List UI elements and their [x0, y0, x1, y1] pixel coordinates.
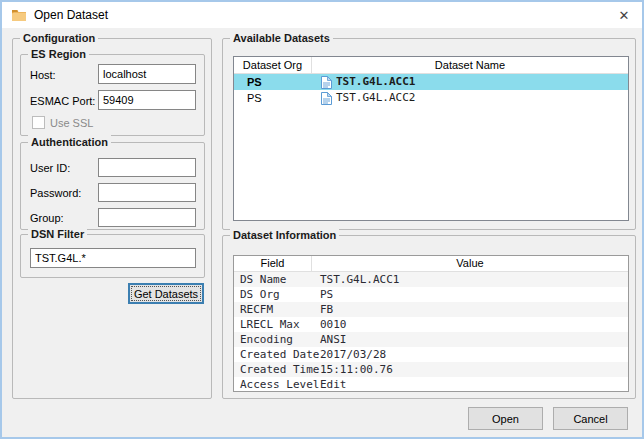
- available-datasets-list[interactable]: Dataset Org Dataset Name PS TST.G4L.ACC1…: [233, 56, 629, 221]
- host-input[interactable]: [98, 64, 196, 84]
- dsn-filter-group-title: DSN Filter: [28, 227, 87, 241]
- info-value: 2017/03/28: [312, 347, 628, 362]
- info-value: 15:11:00.76: [312, 362, 628, 377]
- info-row: DS Org PS: [234, 287, 628, 302]
- info-value: FB: [312, 302, 628, 317]
- dataset-name-value: TST.G4L.ACC2: [336, 90, 415, 106]
- info-row: RECFM FB: [234, 302, 628, 317]
- dsn-filter-input[interactable]: [30, 248, 196, 268]
- password-label: Password:: [30, 187, 81, 199]
- info-row: Access Level Edit: [234, 377, 628, 392]
- column-dataset-org[interactable]: Dataset Org: [234, 57, 312, 73]
- info-value: TST.G4L.ACC1: [312, 272, 628, 287]
- dataset-org-value: PS: [234, 74, 312, 90]
- use-ssl-checkbox-box[interactable]: [32, 116, 45, 129]
- dataset-row-selected[interactable]: PS TST.G4L.ACC1: [234, 74, 628, 90]
- open-dataset-dialog: Open Dataset ✕ Configuration ES Region H…: [0, 0, 644, 439]
- info-row: Created Date 2017/03/28: [234, 347, 628, 362]
- info-row: Encoding ANSI: [234, 332, 628, 347]
- folder-icon: [11, 8, 27, 22]
- document-icon: [321, 76, 332, 89]
- info-field: Encoding: [234, 332, 312, 347]
- info-field: Access Level: [234, 377, 312, 392]
- group-label: Group:: [30, 212, 64, 224]
- info-row: DS Name TST.G4L.ACC1: [234, 272, 628, 287]
- esmac-port-input[interactable]: [98, 90, 196, 110]
- es-region-group-title: ES Region: [28, 47, 89, 61]
- authentication-group-title: Authentication: [28, 135, 111, 149]
- info-field: Created Time: [234, 362, 312, 377]
- column-value: Value: [312, 256, 628, 271]
- get-datasets-button[interactable]: Get Datasets: [128, 283, 204, 304]
- document-icon: [321, 92, 332, 105]
- info-field: DS Org: [234, 287, 312, 302]
- info-field: LRECL Max: [234, 317, 312, 332]
- dataset-information-table: Field Value DS Name TST.G4L.ACC1 DS Org …: [233, 255, 629, 392]
- info-field: Created Date: [234, 347, 312, 362]
- esmac-port-label: ESMAC Port:: [30, 95, 95, 107]
- user-id-label: User ID:: [30, 162, 70, 174]
- dataset-information-group-title: Dataset Information: [230, 228, 339, 242]
- open-button[interactable]: Open: [468, 407, 543, 430]
- info-value: Edit: [312, 377, 628, 392]
- user-id-input[interactable]: [98, 158, 196, 177]
- column-field: Field: [234, 256, 312, 271]
- info-field: DS Name: [234, 272, 312, 287]
- dataset-org-value: PS: [234, 90, 312, 106]
- window-title: Open Dataset: [34, 8, 108, 22]
- use-ssl-label: Use SSL: [50, 117, 93, 129]
- info-field: RECFM: [234, 302, 312, 317]
- info-value: 0010: [312, 317, 628, 332]
- use-ssl-checkbox[interactable]: Use SSL: [32, 116, 93, 129]
- dataset-name-value: TST.G4L.ACC1: [336, 74, 415, 90]
- info-value: PS: [312, 287, 628, 302]
- password-input[interactable]: [98, 183, 196, 202]
- info-value: ANSI: [312, 332, 628, 347]
- cancel-button[interactable]: Cancel: [553, 407, 628, 430]
- available-datasets-header: Dataset Org Dataset Name: [234, 57, 628, 74]
- close-button[interactable]: ✕: [606, 2, 642, 28]
- group-input[interactable]: [98, 208, 196, 227]
- configuration-group-title: Configuration: [20, 31, 98, 45]
- host-label: Host:: [30, 69, 56, 81]
- column-dataset-name[interactable]: Dataset Name: [312, 57, 628, 73]
- info-row: Created Time 15:11:00.76: [234, 362, 628, 377]
- available-datasets-group-title: Available Datasets: [230, 31, 333, 45]
- dataset-information-header: Field Value: [234, 256, 628, 272]
- title-bar: Open Dataset ✕: [2, 2, 642, 28]
- dataset-row[interactable]: PS TST.G4L.ACC2: [234, 90, 628, 106]
- info-row: LRECL Max 0010: [234, 317, 628, 332]
